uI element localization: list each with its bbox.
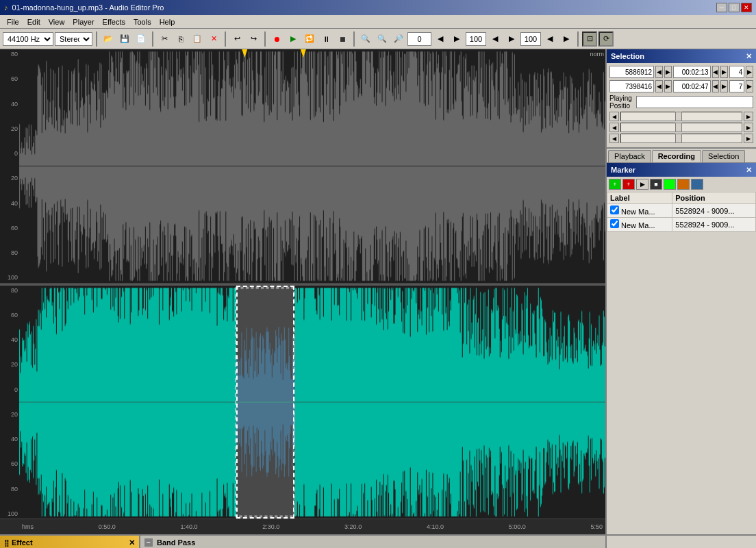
sample-rate-select[interactable]: 44100 Hz	[3, 32, 53, 46]
bottom-waveform[interactable]	[19, 286, 605, 519]
menu-file[interactable]: File	[3, 16, 23, 27]
menu-effects[interactable]: Effects	[99, 16, 129, 27]
pos-back-button[interactable]: ◀	[433, 32, 448, 47]
slider1-right[interactable]: ▶	[744, 112, 753, 121]
zoom-input[interactable]	[520, 32, 541, 46]
end-num-inc[interactable]: ▶	[746, 80, 753, 92]
slider1-track[interactable]	[620, 112, 742, 121]
effect-title: Effect	[12, 538, 33, 547]
time-label-050: 0:50.0	[99, 523, 116, 530]
slider1-left[interactable]: ◀	[609, 112, 619, 121]
selection-close-button[interactable]: ✕	[746, 52, 752, 61]
start-num-input[interactable]	[729, 66, 744, 78]
end-samples-inc[interactable]: ▶	[664, 80, 672, 92]
marker-add-red[interactable]: +	[622, 179, 635, 190]
vol-back-button[interactable]: ◀	[488, 32, 503, 47]
start-time-input[interactable]	[673, 66, 711, 78]
copy-button[interactable]: ⎘	[173, 32, 188, 47]
end-time-input[interactable]	[673, 80, 711, 92]
pos-fwd-button[interactable]: ▶	[449, 32, 464, 47]
marker-col-position: Position	[672, 192, 756, 204]
slider2-track[interactable]	[620, 123, 742, 132]
slider3-track[interactable]	[620, 134, 742, 143]
start-num-inc[interactable]: ▶	[746, 66, 753, 78]
pause-button[interactable]: ⏸	[318, 32, 333, 47]
saveas-button[interactable]: 📄	[134, 32, 149, 47]
norm-label: norm	[590, 51, 604, 58]
record-button[interactable]: ⏺	[269, 32, 284, 47]
save-button[interactable]: 💾	[117, 32, 132, 47]
separator-1	[96, 32, 97, 47]
channels-select[interactable]: Stereo	[55, 32, 92, 46]
volume-input[interactable]	[466, 32, 486, 46]
marker-close-button[interactable]: ✕	[746, 166, 752, 175]
separator-2	[152, 32, 153, 47]
marker-1-label: New Ma...	[621, 208, 655, 216]
marker-stop[interactable]: ■	[650, 179, 662, 190]
zoom-fwd-button[interactable]: ▶	[559, 32, 574, 47]
slider3-right[interactable]: ▶	[744, 134, 753, 143]
paste-button[interactable]: 📋	[190, 32, 205, 47]
cut-button[interactable]: ✂	[157, 32, 172, 47]
slider2-thumb[interactable]	[675, 123, 682, 132]
effect-gripper-icon: ⣿	[4, 539, 9, 547]
end-time-dec[interactable]: ◀	[712, 80, 720, 92]
open-button[interactable]: 📂	[101, 32, 116, 47]
slider3-thumb[interactable]	[675, 134, 682, 143]
start-time-dec[interactable]: ◀	[712, 66, 720, 78]
tab-recording[interactable]: Recording	[652, 150, 701, 162]
loop2-button[interactable]: ⟳	[598, 32, 614, 47]
top-waveform[interactable]: norm	[19, 49, 605, 283]
slider2-left[interactable]: ◀	[609, 123, 619, 132]
minimize-button[interactable]: ─	[716, 3, 727, 12]
zoom-in-button[interactable]: 🔍	[358, 32, 373, 47]
end-samples-input[interactable]	[609, 80, 654, 92]
end-time-inc[interactable]: ▶	[720, 80, 728, 92]
end-num-input[interactable]	[729, 80, 744, 92]
loop-button[interactable]: 🔁	[302, 32, 317, 47]
marker-bright-green[interactable]	[664, 179, 676, 190]
time-label-230: 2:30.0	[262, 523, 279, 530]
marker-2-checkbox[interactable]	[610, 219, 619, 228]
start-samples-input[interactable]	[609, 66, 654, 78]
marker-1-checkbox[interactable]	[610, 206, 619, 214]
end-samples-dec[interactable]: ◀	[655, 80, 663, 92]
tab-playback[interactable]: Playback	[608, 150, 651, 162]
play-button[interactable]: ▶	[286, 32, 301, 47]
marker-blue[interactable]	[691, 179, 703, 190]
effect-close-button[interactable]: ✕	[129, 538, 135, 547]
close-button[interactable]: ✕	[741, 3, 752, 12]
zoom-back-button[interactable]: ◀	[542, 32, 557, 47]
start-samples-dec[interactable]: ◀	[655, 66, 663, 78]
marker-add-green[interactable]: +	[609, 179, 621, 190]
menu-help[interactable]: Help	[155, 16, 179, 27]
start-time-inc[interactable]: ▶	[720, 66, 728, 78]
slider1-thumb[interactable]	[675, 112, 682, 121]
menu-player[interactable]: Player	[68, 16, 98, 27]
snap-button[interactable]: ⊡	[582, 32, 597, 47]
zoom-out-button[interactable]: 🔍	[375, 32, 390, 47]
delete-button[interactable]: ✕	[206, 32, 221, 47]
marker-play[interactable]: ▶	[636, 179, 648, 190]
maximize-button[interactable]: □	[729, 3, 740, 12]
undo-button[interactable]: ↩	[229, 32, 244, 47]
redo-button[interactable]: ↪	[246, 32, 261, 47]
selection-panel-header: Selection ✕	[607, 49, 756, 63]
stop-button[interactable]: ⏹	[335, 32, 350, 47]
start-samples-inc[interactable]: ▶	[664, 66, 672, 78]
toolbar: 44100 Hz Stereo 📂 💾 📄 ✂ ⎘ 📋 ✕ ↩ ↪ ⏺ ▶ 🔁 …	[0, 29, 756, 49]
menu-edit[interactable]: Edit	[23, 16, 45, 27]
position-input[interactable]	[407, 32, 431, 46]
playing-pos-input[interactable]	[636, 96, 753, 108]
zoom-sel-button[interactable]: 🔎	[391, 32, 406, 47]
menu-tools[interactable]: Tools	[129, 16, 155, 27]
slider2-right[interactable]: ▶	[744, 123, 753, 132]
separator-3	[225, 32, 226, 47]
tab-selection[interactable]: Selection	[702, 150, 745, 162]
menu-view[interactable]: View	[45, 16, 69, 27]
marker-mixed[interactable]	[677, 179, 690, 190]
slider3-left[interactable]: ◀	[609, 134, 619, 143]
right-panel: Selection ✕ ◀ ▶ ◀ ▶ ▶ ◀	[605, 49, 756, 534]
bandpass-collapse-button[interactable]: −	[144, 538, 153, 547]
vol-fwd-button[interactable]: ▶	[504, 32, 519, 47]
